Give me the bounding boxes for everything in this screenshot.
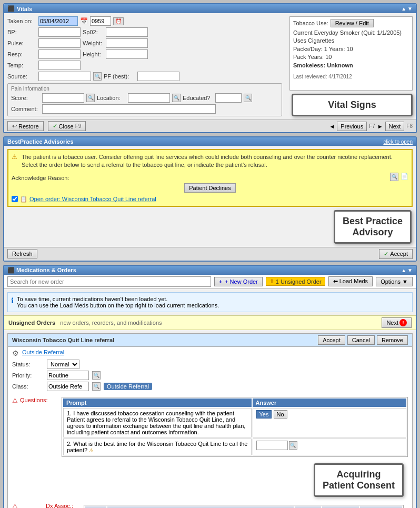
location-input[interactable] [128, 93, 170, 103]
bp-row: BP: Sp02: [7, 27, 282, 37]
order-cancel-button[interactable]: Cancel [347, 335, 375, 345]
pulse-input[interactable] [38, 38, 81, 48]
bp-input[interactable] [38, 27, 81, 37]
bpa-footer: Refresh ✓ Accept [4, 247, 416, 261]
order-accept-button[interactable]: Accept [318, 335, 345, 345]
gear-icon[interactable]: ⚙ [12, 349, 19, 357]
pf-label: PF (best): [104, 73, 135, 79]
med-title-icon: ⬛ [7, 267, 15, 273]
taken-on-date[interactable] [38, 16, 78, 26]
restore-label: Restore [18, 123, 39, 130]
unsigned-order-count: 1 Unsigned Order [276, 278, 322, 285]
q2-input[interactable] [256, 441, 288, 450]
dx-assoc-row: ⚠ Dx Assoc.: Assc Encounter Diagnoses Co… [8, 501, 412, 508]
location-search-btn[interactable]: 🔍 [172, 94, 181, 102]
outside-referral-link[interactable]: Outside Referral [22, 349, 64, 355]
source-input[interactable] [38, 72, 91, 81]
tobacco-header: Tobacco Use: Review / Edit [293, 19, 409, 27]
next-key: F8 [406, 123, 413, 129]
bpa-accept-button[interactable]: ✓ Accept [379, 249, 413, 259]
last-reviewed: Last reviewed: 4/17/2012 [293, 74, 409, 79]
comment-input[interactable] [42, 104, 216, 114]
calendar-icon[interactable]: 📅 [80, 17, 88, 25]
options-button[interactable]: Options ▼ [376, 277, 413, 286]
load-meds-button[interactable]: ⬅ Load Meds [328, 276, 373, 286]
patient-declines-button[interactable]: Patient Declines [184, 183, 236, 193]
pf-input[interactable] [137, 72, 179, 81]
restore-button[interactable]: ↩ Restore [7, 121, 44, 131]
answer-col-header: Answer [253, 399, 407, 407]
taken-on-row: Taken on: 📅 ⏰ [7, 16, 282, 26]
class-input[interactable] [47, 382, 89, 391]
score-input[interactable] [42, 93, 84, 103]
temp-input[interactable] [38, 61, 81, 70]
unsigned-orders-desc: new orders, reorders, and modifications [60, 320, 162, 326]
q1-number: 1. [67, 410, 73, 416]
unsigned-orders-label: Unsigned Orders [8, 320, 55, 326]
pulse-row: Pulse: Weight: [7, 38, 282, 48]
ack-search-btn[interactable]: 🔍 [390, 173, 398, 181]
question-2-row: 2. What is the best time for the Wiscons… [63, 439, 406, 455]
open-order-link[interactable]: Open order: Wisconsin Tobacco Quit Line … [29, 196, 156, 202]
close-label: Close [59, 123, 74, 130]
resp-input[interactable] [38, 49, 81, 59]
q1-yes-button[interactable]: Yes [256, 410, 272, 419]
taken-on-time[interactable] [90, 16, 111, 26]
close-key: F9 [75, 123, 82, 129]
vitals-header: ⬛ Vitals ▲ ▼ [4, 4, 416, 13]
new-order-button[interactable]: + + New Order [214, 277, 263, 286]
vitals-footer: ↩ Restore ✓ Close F9 ◄ Previous F7 ► Nex… [4, 119, 416, 132]
source-search-btn[interactable]: 🔍 [93, 72, 102, 81]
educated-input[interactable] [215, 93, 242, 103]
load-meds-label: Load Meds [339, 278, 368, 284]
weight-input[interactable] [106, 38, 148, 48]
height-label: Height: [83, 51, 104, 57]
questions-label: Questions: [20, 397, 48, 403]
down-arrow-icon: ▼ [407, 6, 413, 12]
order-title-bar: Wisconsin Tobacco Quit Line referral Acc… [8, 334, 412, 347]
review-edit-button[interactable]: Review / Edit [331, 19, 374, 27]
educated-search-btn[interactable]: 🔍 [244, 94, 252, 102]
status-row: Status: Normal [12, 360, 408, 369]
click-to-open[interactable]: click to open [383, 139, 413, 145]
q2-search-btn[interactable]: 🔍 [289, 441, 297, 450]
next-button[interactable]: Next [385, 122, 405, 131]
priority-input[interactable] [47, 371, 89, 380]
class-search-btn[interactable]: 🔍 [92, 382, 101, 391]
bpa-title: BestPractice Advisories [7, 138, 74, 145]
refresh-button[interactable]: Refresh [7, 249, 37, 258]
height-input[interactable] [106, 49, 148, 59]
bpa-callout-line2: Advisory [343, 227, 403, 238]
uses-cigarettes: Uses Cigarettes [293, 37, 409, 45]
bpa-accept-checkmark: ✓ [384, 251, 388, 257]
priority-search-btn[interactable]: 🔍 [92, 371, 101, 380]
info-line1: To save time, current medications haven'… [17, 296, 219, 302]
packs-day: Packs/Day: 1 Years: 10 [293, 45, 409, 53]
vital-signs-callout: Vital Signs [292, 94, 413, 116]
previous-button[interactable]: Previous [337, 122, 367, 131]
open-order-checkbox[interactable] [12, 196, 18, 202]
bpa-body: ⚠ The patient is a tobacco user. Conside… [4, 149, 416, 247]
priority-row: Priority: 🔍 [12, 371, 408, 380]
doc-icon[interactable]: 📄 [401, 173, 408, 181]
taken-on-label: Taken on: [7, 18, 36, 24]
q1-no-button[interactable]: No [274, 410, 287, 419]
spo2-input[interactable] [106, 27, 148, 37]
order-remove-button[interactable]: Remove [377, 335, 408, 345]
dx-assoc-label: Dx Assoc.: [46, 503, 77, 508]
close-button[interactable]: ✓ Close F9 [48, 121, 86, 131]
status-select[interactable]: Normal [47, 360, 79, 369]
order-title: Wisconsin Tobacco Quit Line referral [12, 337, 114, 343]
options-arrow-icon: ▼ [402, 278, 408, 285]
score-search-btn[interactable]: 🔍 [86, 94, 95, 102]
med-nav-arrows: ▲ ▼ [401, 267, 413, 273]
next-unsigned-button[interactable]: Next ! [382, 317, 412, 328]
resp-label: Resp: [7, 51, 36, 57]
med-search-input[interactable] [7, 276, 211, 287]
vitals-panel: ⬛ Vitals ▲ ▼ Taken on: 📅 ⏰ [3, 3, 417, 133]
clock-button[interactable]: ⏰ [113, 17, 124, 25]
ack-row: Acknowledge Reason: [12, 175, 69, 181]
prev-key: F7 [369, 123, 375, 129]
vitals-content: Taken on: 📅 ⏰ BP: Sp02: [4, 13, 416, 119]
info-text: To save time, current medications haven'… [17, 296, 219, 308]
